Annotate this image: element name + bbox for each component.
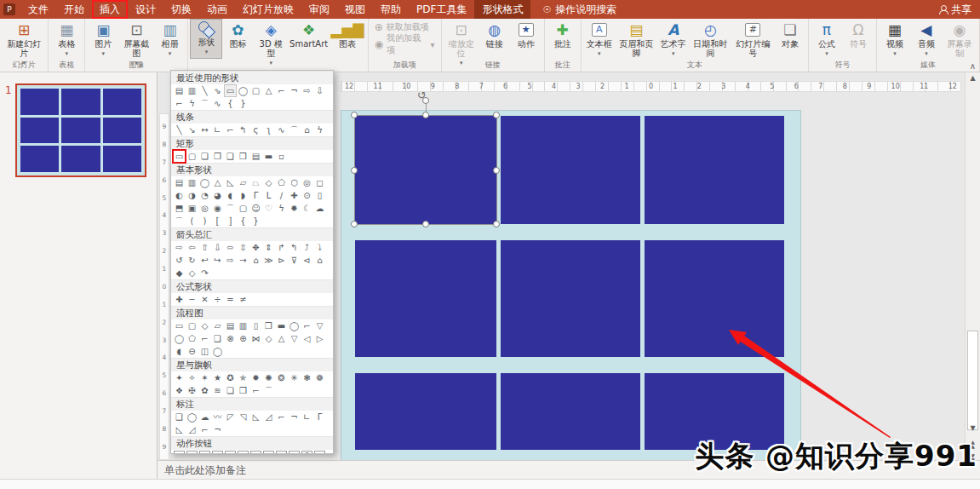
shape-icon-flowchart-1-7[interactable]: ◇ <box>263 333 274 344</box>
shape-icon-basic-2-10[interactable]: ☾ <box>301 203 312 214</box>
collapse-ribbon-icon[interactable]: ∧ <box>970 61 976 71</box>
shape-icon-stars-0-2[interactable]: ✶ <box>199 372 210 383</box>
scroll-down-icon[interactable]: ▼ <box>966 424 980 432</box>
slide-shape-rect-0[interactable]: ↺ <box>355 116 496 224</box>
shape-icon-basic-2-2[interactable]: ◎ <box>199 203 210 214</box>
shape-icon-callouts-0-5[interactable]: ◹ <box>238 411 249 423</box>
shape-icon-stars-1-7[interactable]: ⌒ <box>263 385 274 396</box>
shape-icon-basic-3-5[interactable]: { <box>238 216 249 227</box>
shape-icon-basic-2-5[interactable]: ▢ <box>238 203 249 214</box>
shape-icon-equation-0-5[interactable]: ≠ <box>238 294 249 305</box>
tab-transitions[interactable]: 切换 <box>163 0 199 19</box>
shape-icon-action-buttons-0-2[interactable]: « <box>199 451 210 454</box>
ribbon-button-picture[interactable]: ▣图片▾ <box>88 20 118 60</box>
ribbon-button-video[interactable]: ▦视频▾ <box>880 20 910 60</box>
shape-icon-recent-0-7[interactable]: △ <box>263 85 274 96</box>
shape-icon-flowchart-1-4[interactable]: ⊗ <box>225 333 236 344</box>
shape-icon-callouts-0-8[interactable]: ⌐ <box>276 411 287 423</box>
shape-icon-flowchart-0-7[interactable]: ❒ <box>263 320 274 331</box>
tab-animations[interactable]: 动画 <box>199 0 235 19</box>
selection-handle[interactable] <box>351 221 358 227</box>
shape-icon-recent-0-10[interactable]: ⇨ <box>301 85 312 96</box>
shape-icon-basic-2-1[interactable]: ▣ <box>186 203 198 214</box>
shape-icon-recent-1-2[interactable]: ⌒ <box>199 98 210 109</box>
shape-icon-equation-0-1[interactable]: − <box>186 294 198 305</box>
shape-icon-arrows-1-3[interactable]: ↪ <box>212 255 223 266</box>
shape-icon-flowchart-1-1[interactable]: ⬠ <box>186 333 198 344</box>
shape-icon-rectangles-0-4[interactable]: ❑ <box>225 151 236 162</box>
shape-icon-basic-0-7[interactable]: ◇ <box>263 177 274 188</box>
shape-icon-action-buttons-0-1[interactable]: ▷ <box>186 451 198 454</box>
shape-icon-callouts-1-2[interactable]: ⌐ <box>199 424 210 435</box>
shape-icon-basic-2-8[interactable]: ϟ <box>276 203 287 214</box>
shape-icon-arrows-0-0[interactable]: ⇨ <box>174 242 185 253</box>
shape-icon-flowchart-0-4[interactable]: ▤ <box>225 320 236 331</box>
ribbon-button-object[interactable]: ❏对象 <box>775 20 805 49</box>
shape-icon-basic-2-9[interactable]: ✹ <box>289 203 300 214</box>
shape-icon-basic-0-4[interactable]: ◺ <box>225 177 236 188</box>
shape-icon-basic-0-3[interactable]: △ <box>212 177 223 188</box>
shape-icon-basic-3-4[interactable]: ] <box>225 216 236 227</box>
shape-icon-rectangles-0-0[interactable]: ▭ <box>174 151 185 162</box>
ribbon-button-icons[interactable]: ✿图标 <box>222 20 253 49</box>
shape-icon-flowchart-1-10[interactable]: ◁ <box>301 333 312 344</box>
shape-icon-recent-0-8[interactable]: ⌐ <box>276 85 287 96</box>
shape-icon-arrows-1-1[interactable]: ↻ <box>186 255 198 266</box>
shape-icon-callouts-0-2[interactable]: ☁ <box>199 411 210 423</box>
shape-icon-arrows-1-4[interactable]: ⇨ <box>225 255 236 266</box>
shape-icon-basic-3-6[interactable]: } <box>250 216 261 227</box>
shape-icon-rectangles-0-8[interactable]: ▫ <box>276 151 287 162</box>
ribbon-button-3d-models[interactable]: ◈3D 模型▾ <box>254 20 288 69</box>
ribbon-button-slide-number[interactable]: #幻灯片编号 <box>732 20 774 59</box>
shape-icon-lines-0-8[interactable]: ∿ <box>276 124 287 135</box>
shape-icon-callouts-0-3[interactable]: 〰 <box>212 411 223 423</box>
shape-icon-callouts-0-0[interactable]: ❑ <box>174 411 185 423</box>
vertical-scrollbar[interactable]: ▲ ▼ ▲▲ ▼▼ <box>965 72 980 479</box>
shape-icon-basic-1-6[interactable]: Γ <box>250 190 261 201</box>
shape-icon-basic-1-4[interactable]: ◖ <box>225 190 236 201</box>
shape-icon-arrows-1-11[interactable]: ⌂ <box>314 255 325 266</box>
shape-icon-arrows-0-3[interactable]: ⇩ <box>212 242 223 253</box>
shape-icon-action-buttons-0-0[interactable]: ◁ <box>174 451 185 454</box>
shape-icon-recent-1-5[interactable]: } <box>238 98 249 109</box>
slide-shape-rect-6[interactable] <box>355 373 496 450</box>
shape-icon-arrows-1-10[interactable]: ⊲ <box>301 255 312 266</box>
shape-icon-basic-2-3[interactable]: ◉ <box>212 203 223 214</box>
shape-icon-flowchart-1-11[interactable]: ▷ <box>314 333 325 344</box>
share-button[interactable]: 共享 <box>938 0 971 19</box>
shape-icon-recent-1-3[interactable]: ∿ <box>212 98 223 109</box>
shape-icon-flowchart-0-10[interactable]: ⌐ <box>301 320 312 331</box>
slide-shape-rect-7[interactable] <box>501 373 640 450</box>
shape-icon-flowchart-1-2[interactable]: ⌐ <box>199 333 210 344</box>
shape-icon-flowchart-2-1[interactable]: ⊖ <box>186 346 198 357</box>
shape-icon-arrows-2-2[interactable]: ↷ <box>199 268 210 279</box>
selection-handle[interactable] <box>493 112 500 118</box>
ribbon-button-date-time[interactable]: ◴日期和时间 <box>690 20 731 59</box>
shape-icon-recent-0-1[interactable]: ▥ <box>186 85 198 96</box>
shape-icon-arrows-0-7[interactable]: ⇕ <box>263 242 274 253</box>
shape-icon-basic-0-5[interactable]: ▱ <box>238 177 249 188</box>
selection-handle[interactable] <box>351 167 358 174</box>
ribbon-button-chart[interactable]: ▂▅▇图表 <box>330 20 365 49</box>
selection-handle[interactable] <box>422 221 429 227</box>
shape-icon-arrows-1-8[interactable]: ⊳ <box>276 255 287 266</box>
shape-icon-rectangles-0-5[interactable]: ❒ <box>238 151 249 162</box>
selection-handle[interactable] <box>493 221 500 227</box>
shape-icon-basic-1-0[interactable]: ◐ <box>174 190 185 201</box>
shape-icon-basic-1-11[interactable]: ▯ <box>314 190 325 201</box>
shape-icon-basic-1-3[interactable]: ◕ <box>212 190 223 201</box>
shape-icon-flowchart-0-1[interactable]: ▢ <box>186 320 198 331</box>
shape-icon-lines-0-5[interactable]: ↰ <box>238 124 249 135</box>
shape-icon-recent-0-5[interactable]: ◯ <box>238 85 249 96</box>
shape-icon-flowchart-2-3[interactable]: ◯ <box>212 346 223 357</box>
ribbon-button-comment[interactable]: ✚批注 <box>547 20 578 49</box>
shape-icon-arrows-1-7[interactable]: ≫ <box>263 255 274 266</box>
shape-icon-equation-0-3[interactable]: ÷ <box>212 294 223 305</box>
shape-icon-basic-0-9[interactable]: ⬡ <box>289 177 300 188</box>
shape-icon-arrows-2-1[interactable]: ◇ <box>186 268 198 279</box>
tab-slideshow[interactable]: 幻灯片放映 <box>235 0 301 19</box>
ribbon-button-table[interactable]: ▦表格▾ <box>51 20 82 60</box>
shape-icon-basic-0-10[interactable]: ◎ <box>301 177 312 188</box>
shape-icon-callouts-1-0[interactable]: ◺ <box>174 424 185 435</box>
shape-icon-lines-0-1[interactable]: ↘ <box>186 124 198 135</box>
